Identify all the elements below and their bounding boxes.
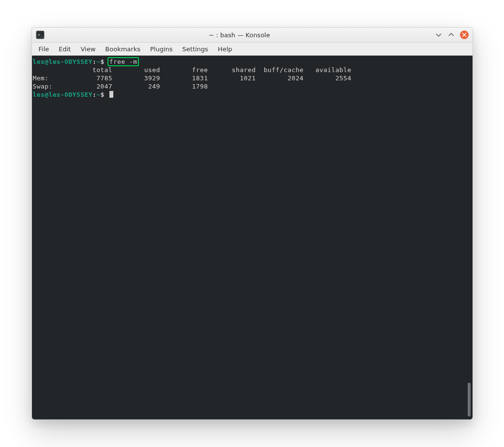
scrollbar-thumb[interactable]	[468, 383, 471, 417]
maximize-button[interactable]	[447, 31, 455, 39]
title-bar[interactable]: >_ ~ : bash — Konsole	[32, 28, 473, 43]
terminal-viewport[interactable]: les@les-ODYSSEY:~$ free -m total used fr…	[32, 56, 473, 419]
menu-settings[interactable]: Settings	[178, 44, 213, 54]
konsole-window: >_ ~ : bash — Konsole File Edit View	[31, 27, 473, 420]
minimize-button[interactable]	[435, 31, 443, 39]
terminal-content[interactable]: les@les-ODYSSEY:~$ free -m total used fr…	[32, 56, 473, 419]
menu-view[interactable]: View	[76, 44, 100, 54]
window-controls	[435, 30, 469, 39]
svg-text:>_: >_	[38, 32, 43, 37]
window-title: ~ : bash — Konsole	[48, 31, 431, 39]
menu-plugins[interactable]: Plugins	[145, 44, 178, 54]
menu-bookmarks[interactable]: Bookmarks	[100, 44, 145, 54]
cursor	[109, 91, 113, 98]
close-button[interactable]	[460, 30, 469, 39]
vertical-scrollbar[interactable]	[467, 56, 472, 419]
menu-help[interactable]: Help	[213, 44, 237, 54]
menu-file[interactable]: File	[34, 44, 54, 54]
menu-bar: File Edit View Bookmarks Plugins Setting…	[32, 43, 473, 56]
konsole-app-icon: >_	[36, 30, 45, 39]
menu-edit[interactable]: Edit	[54, 44, 76, 54]
